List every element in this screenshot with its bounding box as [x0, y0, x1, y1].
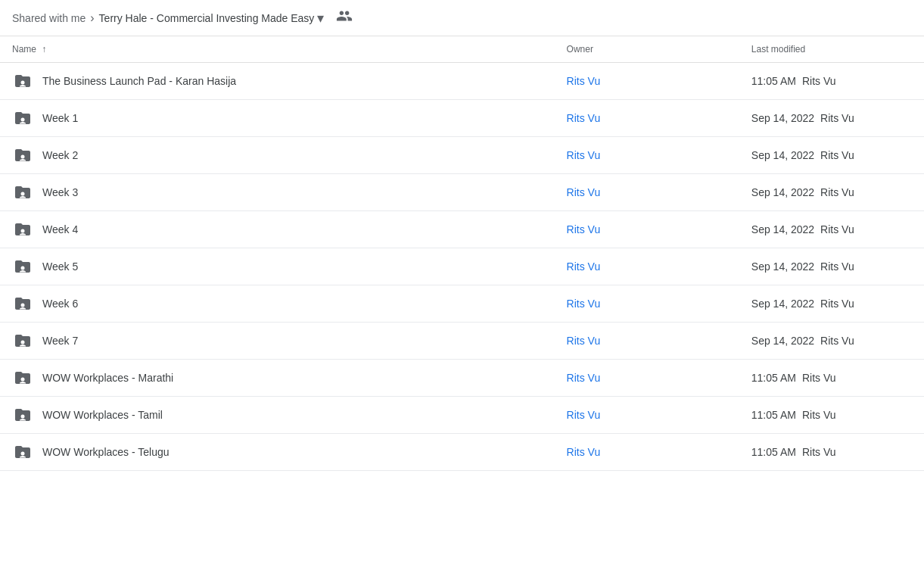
shared-folder-icon [12, 108, 33, 129]
file-name-label: Week 1 [42, 112, 78, 124]
svg-point-3 [21, 192, 25, 196]
name-cell: WOW Workplaces - Tamil [12, 404, 543, 426]
table-row[interactable]: Week 6 Rits Vu Sep 14, 2022 Rits Vu [0, 285, 924, 323]
modified-cell: Sep 14, 2022 Rits Vu [751, 260, 912, 273]
modified-owner: Rits Vu [802, 409, 836, 421]
owner-link[interactable]: Rits Vu [567, 409, 601, 421]
owner-link[interactable]: Rits Vu [567, 112, 601, 124]
svg-point-9 [21, 415, 25, 419]
table-row[interactable]: WOW Workplaces - Tamil Rits Vu 11:05 AM … [0, 397, 924, 434]
modified-time: 11:05 AM [751, 446, 796, 458]
svg-point-1 [21, 118, 25, 122]
modified-time: Sep 14, 2022 [751, 149, 814, 161]
modified-owner: Rits Vu [802, 372, 836, 384]
modified-cell: 11:05 AM Rits Vu [751, 446, 912, 458]
table-row[interactable]: The Business Launch Pad - Karan Hasija R… [0, 63, 924, 100]
shared-folder-icon [12, 145, 33, 166]
file-name-label: WOW Workplaces - Telugu [42, 446, 170, 458]
name-cell: WOW Workplaces - Telugu [12, 441, 543, 463]
modified-owner: Rits Vu [802, 446, 836, 458]
modified-owner: Rits Vu [820, 260, 854, 273]
shared-folder-icon [12, 404, 33, 426]
svg-point-10 [21, 452, 25, 456]
file-name-label: The Business Launch Pad - Karan Hasija [42, 75, 236, 87]
owner-link[interactable]: Rits Vu [567, 223, 601, 235]
shared-folder-icon [12, 70, 33, 92]
name-cell: Week 4 [12, 219, 543, 240]
modified-cell: Sep 14, 2022 Rits Vu [751, 112, 912, 124]
modified-time: Sep 14, 2022 [751, 112, 814, 124]
file-name-label: WOW Workplaces - Marathi [42, 372, 173, 384]
table-row[interactable]: Week 2 Rits Vu Sep 14, 2022 Rits Vu [0, 137, 924, 174]
file-name-label: Week 6 [42, 298, 78, 310]
modified-time: Sep 14, 2022 [751, 335, 814, 347]
table-row[interactable]: Week 3 Rits Vu Sep 14, 2022 Rits Vu [0, 174, 924, 211]
modified-owner: Rits Vu [820, 149, 854, 161]
breadcrumb: Shared with me › Terry Hale - Commercial… [0, 0, 924, 36]
shared-folder-icon [12, 367, 33, 388]
owner-link[interactable]: Rits Vu [567, 298, 601, 310]
table-row[interactable]: WOW Workplaces - Marathi Rits Vu 11:05 A… [0, 360, 924, 397]
name-cell: WOW Workplaces - Marathi [12, 367, 543, 388]
modified-time: Sep 14, 2022 [751, 298, 814, 310]
shared-folder-icon [12, 219, 33, 240]
file-name-label: WOW Workplaces - Tamil [42, 409, 163, 421]
modified-owner: Rits Vu [820, 112, 854, 124]
shared-folder-icon [12, 330, 33, 351]
file-name-label: Week 7 [42, 335, 78, 347]
modified-cell: 11:05 AM Rits Vu [751, 75, 912, 87]
table-row[interactable]: WOW Workplaces - Telugu Rits Vu 11:05 AM… [0, 434, 924, 471]
svg-point-7 [21, 341, 25, 344]
modified-time: 11:05 AM [751, 409, 796, 421]
modified-cell: 11:05 AM Rits Vu [751, 409, 912, 421]
modified-time: 11:05 AM [751, 372, 796, 384]
column-header-name[interactable]: Name ↑ [0, 36, 555, 63]
file-name-label: Week 5 [42, 260, 78, 273]
owner-link[interactable]: Rits Vu [567, 149, 601, 161]
shared-folder-icon [12, 293, 33, 314]
modified-cell: Sep 14, 2022 Rits Vu [751, 149, 912, 161]
modified-time: Sep 14, 2022 [751, 260, 814, 273]
owner-link[interactable]: Rits Vu [567, 260, 601, 273]
table-row[interactable]: Week 5 Rits Vu Sep 14, 2022 Rits Vu [0, 248, 924, 285]
file-table: Name ↑ Owner Last modified The Business … [0, 36, 924, 471]
file-name-label: Week 2 [42, 149, 78, 161]
modified-cell: 11:05 AM Rits Vu [751, 372, 912, 384]
file-name-label: Week 3 [42, 186, 78, 198]
svg-point-5 [21, 267, 25, 270]
modified-cell: Sep 14, 2022 Rits Vu [751, 335, 912, 347]
table-header-row: Name ↑ Owner Last modified [0, 36, 924, 63]
table-row[interactable]: Week 1 Rits Vu Sep 14, 2022 Rits Vu [0, 100, 924, 137]
owner-link[interactable]: Rits Vu [567, 446, 601, 458]
owner-link[interactable]: Rits Vu [567, 335, 601, 347]
modified-time: 11:05 AM [751, 75, 796, 87]
breadcrumb-current-dropdown[interactable]: Terry Hale - Commercial Investing Made E… [99, 10, 325, 26]
modified-cell: Sep 14, 2022 Rits Vu [751, 223, 912, 235]
share-people-icon[interactable] [336, 8, 353, 28]
svg-point-8 [21, 378, 25, 382]
modified-cell: Sep 14, 2022 Rits Vu [751, 298, 912, 310]
column-header-owner[interactable]: Owner [555, 36, 739, 63]
table-row[interactable]: Week 7 Rits Vu Sep 14, 2022 Rits Vu [0, 323, 924, 360]
table-row[interactable]: Week 4 Rits Vu Sep 14, 2022 Rits Vu [0, 211, 924, 248]
modified-owner: Rits Vu [802, 75, 836, 87]
name-cell: Week 5 [12, 256, 543, 277]
name-cell: Week 2 [12, 145, 543, 166]
shared-folder-icon [12, 182, 33, 203]
breadcrumb-separator: › [90, 11, 94, 25]
breadcrumb-parent[interactable]: Shared with me [12, 12, 86, 24]
modified-time: Sep 14, 2022 [751, 223, 814, 235]
name-cell: Week 1 [12, 108, 543, 129]
owner-link[interactable]: Rits Vu [567, 372, 601, 384]
name-cell: Week 7 [12, 330, 543, 351]
file-name-label: Week 4 [42, 223, 78, 235]
owner-link[interactable]: Rits Vu [567, 75, 601, 87]
column-header-last-modified[interactable]: Last modified [739, 36, 924, 63]
name-cell: Week 6 [12, 293, 543, 314]
modified-time: Sep 14, 2022 [751, 186, 814, 198]
name-cell: The Business Launch Pad - Karan Hasija [12, 70, 543, 92]
modified-owner: Rits Vu [820, 298, 854, 310]
owner-link[interactable]: Rits Vu [567, 186, 601, 198]
modified-cell: Sep 14, 2022 Rits Vu [751, 186, 912, 198]
svg-point-0 [21, 81, 25, 85]
